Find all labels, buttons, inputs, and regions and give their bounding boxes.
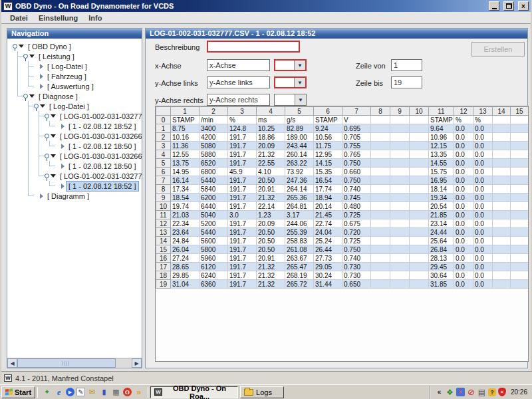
tree-expand-handle-icon[interactable] (45, 114, 49, 118)
tree-node[interactable]: [ Log-Datei ] (13, 101, 142, 111)
table-cell[interactable]: 0.0 (454, 133, 473, 142)
table-cell[interactable] (410, 116, 429, 124)
table-cell[interactable]: 6520 (200, 159, 228, 168)
table-cell[interactable] (410, 245, 429, 254)
table-cell[interactable]: 10.56 (314, 133, 342, 142)
table-cell[interactable] (511, 116, 529, 124)
row-header[interactable]: 7 (156, 176, 171, 185)
table-row[interactable]: 9 18.54 6200 191.7 21.32 265.36 18.94 0.… (156, 194, 529, 202)
table-cell[interactable]: 20.54 (429, 202, 454, 211)
table-cell[interactable]: 5440 (200, 176, 228, 185)
table-cell[interactable]: 0.0 (454, 228, 473, 237)
table-cell[interactable]: 0.755 (342, 142, 371, 150)
tree-toggle-icon[interactable] (61, 144, 65, 149)
tree-expand-handle-icon[interactable] (45, 134, 49, 138)
table-cell[interactable]: ms (257, 116, 285, 124)
table-cell[interactable]: 0.0 (473, 280, 493, 289)
tree-node-label[interactable]: [ 1 - 02.08.12 18:50 ] (66, 162, 138, 171)
tray-icon[interactable]: ? (488, 388, 496, 396)
table-cell[interactable]: 20.09 (257, 219, 285, 228)
table-cell[interactable]: 0.0 (473, 202, 493, 211)
table-cell[interactable] (493, 228, 511, 237)
table-cell[interactable] (493, 133, 511, 142)
table-cell[interactable]: 0.0 (473, 254, 493, 263)
table-cell[interactable]: 258.83 (285, 237, 314, 245)
quick-launch-icon[interactable]: e (54, 387, 64, 397)
table-cell[interactable]: /min (200, 116, 228, 124)
tree-node-label[interactable]: [ Diagramm ] (45, 192, 91, 201)
table-row[interactable]: 15 26.04 5800 191.7 20.50 261.08 26.44 0… (156, 245, 529, 254)
table-cell[interactable] (390, 150, 410, 159)
table-cell[interactable]: 0.750 (342, 245, 371, 254)
tree-expand-handle-icon[interactable] (45, 174, 49, 178)
table-cell[interactable]: 0.0 (454, 263, 473, 271)
table-cell[interactable] (410, 271, 429, 280)
table-cell[interactable]: 24.44 (429, 228, 454, 237)
table-cell[interactable]: 6800 (200, 168, 228, 176)
table-cell[interactable] (493, 263, 511, 271)
column-header[interactable]: 7 (342, 107, 371, 116)
table-cell[interactable]: 0.0 (473, 219, 493, 228)
table-cell[interactable] (511, 133, 529, 142)
table-cell[interactable] (410, 263, 429, 271)
tree-expand-handle-icon[interactable] (45, 154, 49, 158)
table-cell[interactable] (390, 185, 410, 194)
table-cell[interactable]: 191.7 (228, 159, 257, 168)
table-cell[interactable]: 261.08 (285, 245, 314, 254)
table-cell[interactable] (511, 280, 529, 289)
row-header[interactable]: 12 (156, 219, 171, 228)
row-header[interactable]: 10 (156, 202, 171, 211)
table-cell[interactable]: 21.45 (314, 211, 342, 219)
table-cell[interactable]: 10.16 (171, 133, 200, 142)
table-cell[interactable] (371, 150, 390, 159)
row-header[interactable]: 6 (156, 168, 171, 176)
table-cell[interactable]: 265.36 (285, 194, 314, 202)
table-cell[interactable]: 0.0 (454, 194, 473, 202)
table-cell[interactable] (511, 176, 529, 185)
table-cell[interactable]: 191.7 (228, 202, 257, 211)
table-cell[interactable] (390, 133, 410, 142)
tree-node[interactable]: [ LOG-01-002-031-032777.CSV (13, 111, 142, 121)
table-cell[interactable]: 0.0 (473, 228, 493, 237)
table-cell[interactable]: 0.480 (342, 202, 371, 211)
table-cell[interactable]: 191.7 (228, 194, 257, 202)
table-cell[interactable]: 0.725 (342, 237, 371, 245)
table-cell[interactable]: 17.34 (171, 185, 200, 194)
table-cell[interactable]: 12.15 (429, 142, 454, 150)
table-cell[interactable]: 25.24 (314, 237, 342, 245)
tree-toggle-icon[interactable] (29, 94, 35, 98)
table-cell[interactable]: 10.25 (257, 124, 285, 133)
table-cell[interactable]: 0.0 (454, 185, 473, 194)
table-cell[interactable]: 0.0 (454, 254, 473, 263)
table-cell[interactable]: 10.96 (429, 133, 454, 142)
tree-toggle-icon[interactable] (51, 134, 56, 138)
table-cell[interactable] (493, 116, 511, 124)
table-cell[interactable] (390, 142, 410, 150)
table-cell[interactable]: 0.0 (473, 237, 493, 245)
table-cell[interactable]: 12.95 (314, 150, 342, 159)
tray-icon[interactable]: ❖ (446, 388, 454, 396)
tree-node-label[interactable]: [ Auswertung ] (45, 82, 96, 91)
table-cell[interactable]: 0.695 (342, 124, 371, 133)
table-cell[interactable]: 191.7 (228, 150, 257, 159)
table-cell[interactable] (371, 142, 390, 150)
table-cell[interactable]: 15.35 (314, 168, 342, 176)
tree-toggle-icon[interactable] (29, 55, 35, 58)
table-cell[interactable]: 5880 (200, 150, 228, 159)
table-cell[interactable]: 8.75 (171, 124, 200, 133)
table-cell[interactable] (511, 237, 529, 245)
table-cell[interactable]: 20.50 (257, 176, 285, 185)
column-header[interactable]: 5 (285, 107, 314, 116)
tree-node[interactable]: [ LOG-01-002-031-032777.CSV (13, 171, 142, 181)
table-cell[interactable]: 263.22 (285, 159, 314, 168)
table-cell[interactable]: 0.750 (342, 159, 371, 168)
column-header[interactable]: 3 (228, 107, 257, 116)
table-cell[interactable] (511, 150, 529, 159)
table-cell[interactable]: 18.86 (257, 133, 285, 142)
table-cell[interactable]: 0.0 (454, 202, 473, 211)
table-cell[interactable] (511, 168, 529, 176)
table-cell[interactable]: 0.0 (473, 263, 493, 271)
table-row[interactable]: 13 23.64 5440 191.7 20.50 255.39 24.04 0… (156, 228, 529, 237)
table-cell[interactable] (371, 116, 390, 124)
table-cell[interactable]: 260.14 (285, 150, 314, 159)
